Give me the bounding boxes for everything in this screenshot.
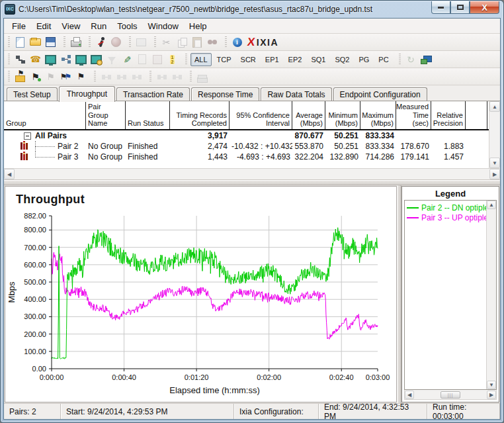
legend-item[interactable]: Pair 2 -- DN optiplex 9 (407, 203, 486, 212)
mode-scr-button[interactable]: SCR (237, 53, 260, 66)
svg-text:400.00: 400.00 (24, 295, 46, 303)
column-header-max[interactable]: Maximum (Mbps) (360, 101, 396, 129)
column-header-avg[interactable]: Average (Mbps) (292, 101, 325, 129)
toolbar-pairs-right-icons (396, 52, 437, 67)
cell-status: Finished (126, 152, 170, 162)
menu-edit[interactable]: Edit (31, 19, 56, 33)
legend-horizontal-scrollbar[interactable]: ◀ ||| ▶ (404, 390, 497, 400)
column-header-status[interactable]: Run Status (126, 101, 170, 129)
scroll-right-icon[interactable]: ▶ (489, 169, 500, 179)
coin-button[interactable] (89, 52, 104, 67)
dial-button[interactable] (28, 52, 43, 67)
save-button[interactable] (43, 35, 58, 50)
scroll-up-icon[interactable]: ▲ (487, 201, 496, 209)
menu-window[interactable]: Window (143, 19, 184, 33)
cell-min: 50.251 (325, 142, 360, 151)
horizontal-splitter[interactable] (4, 180, 500, 185)
mode-pg-button[interactable]: PG (355, 53, 373, 66)
cell-precision: 1.883 (431, 142, 466, 151)
menu-help[interactable]: Help (184, 19, 212, 33)
flag2-button[interactable] (58, 70, 73, 84)
mode-tcp-button[interactable]: TCP (213, 53, 235, 66)
tab-response-time[interactable]: Response Time (191, 87, 259, 101)
menu-run[interactable]: Run (85, 19, 112, 33)
mode-ep1-button[interactable]: EP1 (261, 53, 283, 66)
minimize-button[interactable] (431, 1, 450, 14)
column-header-time[interactable]: Measured Time (sec) (396, 101, 431, 129)
toolbar-group-0 (5, 70, 91, 84)
scroll-thumb[interactable]: ||| (441, 391, 460, 399)
mode-sq2-button[interactable]: SQ2 (331, 53, 353, 66)
monitor-button[interactable] (73, 52, 89, 67)
column-header-pair_group[interactable]: Pair Group Name (86, 101, 126, 129)
console-button[interactable] (419, 52, 434, 67)
split-button[interactable] (58, 52, 73, 67)
cell-min: 50.251 (325, 131, 360, 140)
table-vertical-scrollbar[interactable]: ▲ ▼ (489, 101, 500, 168)
new-button[interactable] (13, 35, 28, 50)
column-header-timing[interactable]: Timing Records Completed (170, 101, 230, 129)
column-header-ci[interactable]: 95% Confidence Interval (230, 101, 292, 129)
menu-view[interactable]: View (56, 19, 85, 33)
scroll-left-icon[interactable]: ◀ (405, 391, 414, 399)
edit-button[interactable] (119, 52, 134, 67)
scroll-down-icon[interactable]: ▼ (489, 158, 500, 168)
legend-vertical-scrollbar[interactable]: ▲ ▼ (486, 201, 496, 389)
flagfolder-button[interactable] (13, 70, 28, 84)
tab-transaction-rate[interactable]: Transaction Rate (116, 87, 190, 101)
monitor-button[interactable] (43, 52, 58, 67)
onetwo-button[interactable] (165, 52, 180, 67)
toolbar-pairs-icons (5, 52, 183, 67)
table-row-all-pairs[interactable]: All Pairs3,917870.67750.251833.334 (4, 130, 489, 141)
scroll-down-icon[interactable]: ▼ (487, 381, 496, 389)
tab-endpoint-configuration[interactable]: Endpoint Configuration (333, 87, 427, 101)
connect-button[interactable] (13, 52, 28, 67)
mode-sq1-button[interactable]: SQ1 (307, 53, 329, 66)
column-header-min[interactable]: Minimum (Mbps) (325, 101, 360, 129)
close-button[interactable]: X (470, 1, 499, 14)
table-row-pair-3[interactable]: Pair 3No GroupFinished1,443-4.693 : +4.6… (4, 152, 489, 162)
tab-throughput[interactable]: Throughput (59, 86, 115, 102)
tab-test-setup[interactable]: Test Setup (7, 87, 58, 101)
collapse-toggle-icon[interactable] (24, 132, 31, 140)
maximize-button[interactable] (450, 1, 470, 14)
column-header-group[interactable]: Group (4, 101, 86, 129)
svg-text:700.00: 700.00 (24, 244, 46, 252)
menu-tools[interactable]: Tools (112, 19, 142, 33)
stack-button (194, 70, 210, 84)
flagfinish-icon (75, 71, 87, 83)
mode-ep2-button[interactable]: EP2 (284, 53, 306, 66)
pairlink-icon (116, 71, 128, 83)
paste-button (189, 35, 204, 50)
about-button[interactable] (230, 35, 245, 50)
legend-panel: Legend Pair 2 -- DN optiplex 9Pair 3 -- … (401, 186, 499, 402)
tab-raw-data-totals[interactable]: Raw Data Totals (261, 87, 331, 101)
monitor-icon (45, 54, 57, 66)
print-button[interactable] (68, 35, 83, 50)
column-header-pad[interactable] (466, 101, 487, 129)
table-horizontal-scrollbar[interactable]: ◀ ▶ (4, 168, 500, 179)
scroll-left-icon[interactable]: ◀ (4, 169, 15, 179)
table-row-pair-2[interactable]: Pair 2No GroupFinished2,474-10.432 : +10… (4, 141, 489, 152)
menu-file[interactable]: File (7, 19, 31, 33)
flagrun-button[interactable] (28, 70, 43, 84)
scroll-right-icon[interactable]: ▶ (487, 391, 496, 399)
cell-time: 178.670 (396, 142, 431, 151)
close-icon: X (482, 3, 487, 12)
legend-item[interactable]: Pair 3 -- UP optiplex 9 (407, 212, 486, 222)
flagfinish-button[interactable] (73, 70, 89, 84)
flagrun-icon (30, 71, 42, 83)
open-button[interactable] (28, 35, 43, 50)
svg-text:0:02:40: 0:02:40 (329, 373, 354, 381)
maximize-icon (457, 5, 464, 10)
app-icon: IXC (5, 4, 15, 15)
stack-icon (196, 71, 208, 83)
run-button[interactable] (93, 35, 108, 50)
scroll-up-icon[interactable]: ▲ (489, 101, 500, 112)
column-header-precision[interactable]: Relative Precision (431, 101, 466, 129)
legend-line-swatch (407, 207, 419, 209)
mode-pc-button[interactable]: PC (374, 53, 392, 66)
vertical-splitter[interactable] (397, 185, 401, 403)
mode-all-button[interactable]: ALL (190, 53, 212, 66)
cell-avg: 870.677 (292, 131, 325, 140)
